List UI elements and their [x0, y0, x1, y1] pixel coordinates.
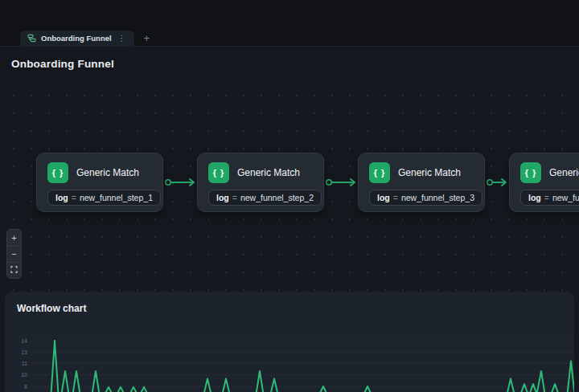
page-header: Onboarding Funnel	[0, 46, 579, 80]
param-key: log	[55, 193, 68, 202]
zoom-out-button[interactable]: −	[7, 246, 21, 262]
node-generic-match[interactable]: { }Generic Matchlog=new_funnel_step_2	[197, 153, 324, 212]
param-key: log	[377, 193, 390, 202]
param-operator: =	[72, 193, 76, 202]
node-header: { }Generic Match	[198, 153, 323, 183]
node-param-pill[interactable]: log=new_funnel_step_3	[369, 190, 482, 206]
param-value: new_funnel_step_3	[401, 193, 474, 202]
kebab-menu-icon[interactable]: ⋮	[117, 35, 128, 43]
param-operator: =	[232, 193, 237, 202]
chart-line-series	[5, 341, 574, 392]
y-axis-tick-label: 10	[21, 372, 27, 378]
param-value: new_funnel_step_2	[240, 193, 314, 202]
y-axis-tick-label: 8	[24, 384, 27, 390]
edge-connection	[326, 179, 355, 186]
edge-connection	[166, 179, 194, 186]
braces-icon: { }	[520, 162, 541, 183]
workflow-chart: 141311108	[5, 292, 574, 392]
braces-icon: { }	[208, 162, 229, 183]
node-generic-match[interactable]: { }Generic Matchlog=new_funnel_step_4	[509, 153, 579, 212]
fit-view-button[interactable]	[7, 262, 21, 278]
zoom-controls: + −	[6, 229, 22, 279]
node-param-pill[interactable]: log=new_funnel_step_1	[47, 190, 161, 206]
param-value: new_funnel_step_4	[552, 193, 579, 202]
node-generic-match[interactable]: { }Generic Matchlog=new_funnel_step_1	[36, 153, 163, 212]
param-key: log	[216, 193, 229, 202]
node-title: Generic Match	[237, 167, 300, 178]
node-header: { }Generic Match	[37, 153, 162, 183]
node-header: { }Generic Match	[510, 153, 579, 183]
node-generic-match[interactable]: { }Generic Matchlog=new_funnel_step_3	[358, 153, 485, 212]
param-key: log	[528, 193, 541, 202]
y-axis-tick-label: 14	[21, 338, 27, 344]
page-title: Onboarding Funnel	[11, 58, 114, 70]
node-header: { }Generic Match	[359, 153, 484, 183]
param-operator: =	[393, 193, 398, 202]
param-value: new_funnel_step_1	[80, 193, 153, 202]
app-window: Onboarding Funnel ⋮ + Onboarding Funnel …	[0, 0, 579, 392]
workflow-icon	[27, 34, 36, 43]
node-title: Generic Match	[398, 167, 461, 178]
tab-bar: Onboarding Funnel ⋮ +	[0, 31, 579, 46]
y-axis-tick-label: 13	[21, 349, 27, 355]
workflow-canvas[interactable]: { }Generic Matchlog=new_funnel_step_1{ }…	[0, 80, 579, 392]
node-param-pill[interactable]: log=new_funnel_step_2	[208, 190, 322, 206]
workflow-chart-panel: Workflow chart 141311108	[5, 292, 574, 392]
node-title: Generic Match	[76, 167, 139, 178]
node-param-pill[interactable]: log=new_funnel_step_4	[520, 190, 579, 206]
param-operator: =	[544, 193, 549, 202]
window-top-bar	[0, 0, 579, 31]
y-axis-tick-label: 11	[22, 361, 27, 366]
tab-label: Onboarding Funnel	[41, 34, 112, 43]
edge-connection	[487, 179, 506, 186]
braces-icon: { }	[47, 162, 68, 183]
braces-icon: { }	[369, 162, 390, 183]
tab-onboarding-funnel[interactable]: Onboarding Funnel ⋮	[20, 31, 134, 46]
new-tab-button[interactable]: +	[144, 33, 150, 43]
node-title: Generic Match	[549, 167, 579, 178]
fit-view-icon	[10, 266, 18, 275]
zoom-in-button[interactable]: +	[7, 230, 21, 246]
